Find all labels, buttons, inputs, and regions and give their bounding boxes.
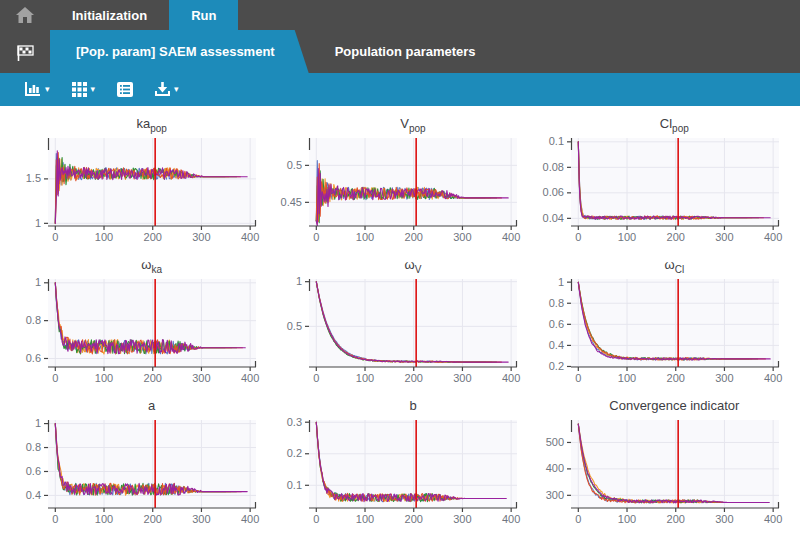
tab-run-label: Run <box>191 8 216 23</box>
plot-a-title: a <box>12 398 265 415</box>
plot-b-canvas[interactable]: 01002003004000.10.20.3 <box>273 415 525 527</box>
plot-a-canvas[interactable]: 01002003004000.40.60.81 <box>12 415 264 527</box>
tab-initialization[interactable]: Initialization <box>50 0 169 30</box>
plot-title-sub: ka <box>151 264 162 275</box>
caret-down-icon: ▾ <box>91 85 96 94</box>
svg-text:0.6: 0.6 <box>548 318 563 330</box>
plot-title-main: ω <box>405 257 415 272</box>
svg-text:0.1: 0.1 <box>287 479 302 491</box>
svg-text:200: 200 <box>666 231 684 243</box>
list-icon <box>117 82 133 97</box>
secondary-nav: [Pop. param] SAEM assessment Population … <box>0 30 800 73</box>
svg-text:300: 300 <box>715 372 733 384</box>
caret-down-icon: ▾ <box>174 85 179 94</box>
svg-text:100: 100 <box>617 231 635 243</box>
tab-saem-assessment[interactable]: [Pop. param] SAEM assessment <box>50 30 309 73</box>
svg-text:0: 0 <box>314 513 320 525</box>
svg-text:0: 0 <box>575 231 581 243</box>
plot-title-sub: Cl <box>675 264 684 275</box>
plot-omega-ka-canvas[interactable]: 01002003004000.60.81 <box>12 274 264 386</box>
home-icon <box>16 7 34 23</box>
svg-text:0: 0 <box>575 372 581 384</box>
plot-v-pop: Vpop01002003004000.450.5 <box>273 116 526 245</box>
svg-text:400: 400 <box>764 372 782 384</box>
plot-omega-cl: ωCl01002003004000.20.40.60.81 <box>535 257 788 386</box>
svg-text:200: 200 <box>405 513 423 525</box>
svg-text:1: 1 <box>296 275 302 287</box>
tab-saem-assessment-label: [Pop. param] SAEM assessment <box>76 44 275 59</box>
svg-text:400: 400 <box>241 372 259 384</box>
svg-text:100: 100 <box>356 231 374 243</box>
svg-text:1: 1 <box>558 276 564 288</box>
plot-title-sub: pop <box>672 123 689 134</box>
settings-list-button[interactable] <box>111 78 139 101</box>
svg-text:200: 200 <box>144 513 162 525</box>
svg-text:1: 1 <box>35 217 41 229</box>
plot-v-pop-canvas[interactable]: 01002003004000.450.5 <box>273 133 525 245</box>
svg-text:0.04: 0.04 <box>542 212 563 224</box>
svg-text:0.8: 0.8 <box>548 297 563 309</box>
plot-title-main: ka <box>136 116 150 131</box>
main-nav: Initialization Run <box>0 0 800 30</box>
svg-text:300: 300 <box>192 513 210 525</box>
svg-text:100: 100 <box>617 513 635 525</box>
layout-grid-button[interactable]: ▾ <box>66 78 102 101</box>
plot-title-sub: pop <box>409 123 426 134</box>
svg-text:400: 400 <box>502 231 520 243</box>
plot-title-main: Cl <box>660 116 672 131</box>
plot-title-main: ω <box>665 257 675 272</box>
plot-omega-cl-canvas[interactable]: 01002003004000.20.40.60.81 <box>535 274 787 386</box>
svg-text:200: 200 <box>666 372 684 384</box>
plots-grid: kapop010020030040011.5Vpop01002003004000… <box>0 106 800 531</box>
svg-text:200: 200 <box>144 372 162 384</box>
svg-text:0.6: 0.6 <box>26 465 41 477</box>
svg-text:0.6: 0.6 <box>26 352 41 364</box>
plot-title-main: a <box>148 398 155 413</box>
svg-text:0: 0 <box>314 231 320 243</box>
home-button[interactable] <box>0 0 50 30</box>
plot-ka-pop-title: kapop <box>12 116 265 133</box>
tab-population-parameters[interactable]: Population parameters <box>309 30 502 73</box>
plot-omega-ka-title: ωka <box>12 257 265 274</box>
svg-text:400: 400 <box>241 231 259 243</box>
svg-text:200: 200 <box>405 231 423 243</box>
plot-convergence-indicator-canvas[interactable]: 0100200300400300400500 <box>535 415 787 527</box>
svg-text:300: 300 <box>454 513 472 525</box>
plot-title-main: b <box>409 398 416 413</box>
svg-text:300: 300 <box>192 372 210 384</box>
svg-text:0.4: 0.4 <box>26 489 41 501</box>
svg-text:100: 100 <box>356 513 374 525</box>
svg-text:400: 400 <box>502 372 520 384</box>
svg-text:1.5: 1.5 <box>26 172 41 184</box>
plot-title-main: ω <box>141 257 151 272</box>
plot-convergence-indicator: Convergence indicator0100200300400300400… <box>535 398 788 527</box>
plot-title-main: Convergence indicator <box>609 398 739 413</box>
svg-text:400: 400 <box>545 462 563 474</box>
svg-text:0.8: 0.8 <box>26 314 41 326</box>
svg-text:1: 1 <box>35 276 41 288</box>
plot-type-button[interactable]: ▾ <box>18 78 56 101</box>
plot-omega-cl-title: ωCl <box>535 257 788 274</box>
monolix-app: Initialization Run [Pop. param] SAEM ass… <box>0 0 800 531</box>
svg-text:0: 0 <box>314 372 320 384</box>
svg-text:0.45: 0.45 <box>281 196 302 208</box>
plot-cl-pop: Clpop01002003004000.040.060.080.1 <box>535 116 788 245</box>
svg-text:100: 100 <box>617 372 635 384</box>
svg-text:0: 0 <box>52 513 58 525</box>
svg-text:500: 500 <box>545 436 563 448</box>
tab-initialization-label: Initialization <box>72 8 147 23</box>
svg-text:0.5: 0.5 <box>287 159 302 171</box>
svg-text:0.3: 0.3 <box>287 416 302 428</box>
plot-ka-pop-canvas[interactable]: 010020030040011.5 <box>12 133 264 245</box>
plot-omega-v-title: ωV <box>273 257 526 274</box>
plot-omega-v-canvas[interactable]: 01002003004000.51 <box>273 274 525 386</box>
tab-run[interactable]: Run <box>169 0 238 30</box>
svg-text:200: 200 <box>405 372 423 384</box>
export-button[interactable]: ▾ <box>149 78 185 101</box>
svg-text:300: 300 <box>454 231 472 243</box>
caret-down-icon: ▾ <box>45 85 50 94</box>
svg-text:100: 100 <box>95 231 113 243</box>
svg-text:300: 300 <box>192 231 210 243</box>
svg-text:0.2: 0.2 <box>287 447 302 459</box>
plot-cl-pop-canvas[interactable]: 01002003004000.040.060.080.1 <box>535 133 787 245</box>
